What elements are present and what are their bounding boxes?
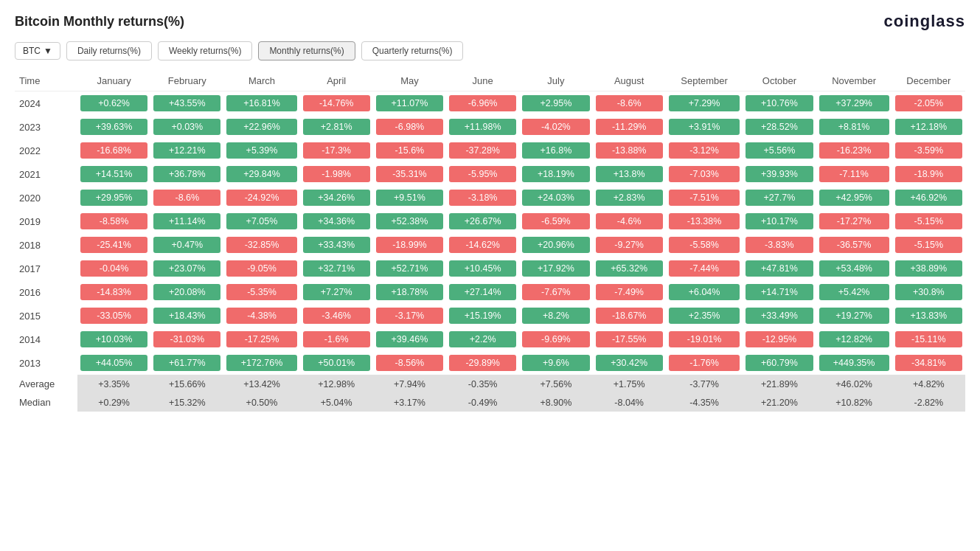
table-wrap: Time January February March April May Ju… [15, 71, 965, 412]
tab-monthly-returns[interactable]: Monthly returns(%) [258, 41, 355, 60]
value-cell: -13.38% [666, 209, 743, 233]
median-cell: +0.50% [223, 393, 299, 412]
average-cell: -0.35% [446, 375, 519, 393]
value-cell: +27.14% [446, 280, 519, 304]
median-cell: +21.20% [743, 393, 816, 412]
tab-weekly-returns[interactable]: Weekly returns(%) [158, 41, 252, 60]
value-cell: -3.17% [373, 304, 446, 328]
selector-label: BTC [23, 46, 41, 56]
value-cell: +12.18% [892, 115, 965, 139]
median-cell: +10.82% [816, 393, 892, 412]
value-cell: +34.26% [300, 186, 373, 209]
value-cell: -7.11% [816, 162, 892, 186]
col-april: April [300, 71, 373, 91]
value-cell: -17.3% [300, 139, 373, 162]
table-row: 2018-25.41%+0.47%-32.85%+33.43%-18.99%-1… [15, 233, 965, 257]
value-cell: -14.76% [300, 91, 373, 115]
year-cell: 2020 [15, 186, 77, 209]
value-cell: +29.84% [223, 162, 299, 186]
value-cell: +39.93% [743, 162, 816, 186]
average-row: Average+3.35%+15.66%+13.42%+12.98%+7.94%… [15, 375, 965, 393]
value-cell: +8.81% [816, 115, 892, 139]
value-cell: -8.58% [77, 209, 150, 233]
value-cell: +9.6% [519, 351, 592, 375]
value-cell: +10.45% [446, 257, 519, 280]
value-cell: +26.67% [446, 209, 519, 233]
value-cell: +53.48% [816, 257, 892, 280]
value-cell: +16.8% [519, 139, 592, 162]
value-cell: -18.67% [593, 304, 666, 328]
value-cell: -5.15% [892, 233, 965, 257]
value-cell: -35.31% [373, 162, 446, 186]
average-cell: +1.75% [593, 375, 666, 393]
year-cell: 2024 [15, 91, 77, 115]
value-cell: -15.11% [892, 328, 965, 351]
value-cell: -17.27% [816, 209, 892, 233]
value-cell: +449.35% [816, 351, 892, 375]
tab-daily-returns[interactable]: Daily returns(%) [66, 41, 152, 60]
value-cell: +65.32% [593, 257, 666, 280]
value-cell: -5.95% [446, 162, 519, 186]
year-cell: 2013 [15, 351, 77, 375]
value-cell: -13.88% [593, 139, 666, 162]
col-november: November [816, 71, 892, 91]
value-cell: +38.89% [892, 257, 965, 280]
value-cell: +16.81% [223, 91, 299, 115]
value-cell: -24.92% [223, 186, 299, 209]
value-cell: -4.6% [593, 209, 666, 233]
value-cell: +15.19% [446, 304, 519, 328]
value-cell: +20.08% [150, 280, 223, 304]
value-cell: +30.42% [593, 351, 666, 375]
average-cell: +13.42% [223, 375, 299, 393]
value-cell: +28.52% [743, 115, 816, 139]
value-cell: -7.03% [666, 162, 743, 186]
median-cell: -8.04% [593, 393, 666, 412]
value-cell: +5.56% [743, 139, 816, 162]
value-cell: +5.42% [816, 280, 892, 304]
value-cell: +18.78% [373, 280, 446, 304]
table-row: 2017-0.04%+23.07%-9.05%+32.71%+52.71%+10… [15, 257, 965, 280]
value-cell: +7.27% [300, 280, 373, 304]
col-january: January [77, 71, 150, 91]
value-cell: -18.99% [373, 233, 446, 257]
year-cell: 2022 [15, 139, 77, 162]
median-cell: -2.82% [892, 393, 965, 412]
value-cell: +2.2% [446, 328, 519, 351]
value-cell: -6.96% [446, 91, 519, 115]
table-header-row: Time January February March April May Ju… [15, 71, 965, 91]
average-cell: +7.56% [519, 375, 592, 393]
value-cell: -1.76% [666, 351, 743, 375]
value-cell: +52.71% [373, 257, 446, 280]
asset-selector[interactable]: BTC ▼ [15, 42, 60, 60]
value-cell: -0.04% [77, 257, 150, 280]
value-cell: +11.14% [150, 209, 223, 233]
value-cell: -5.35% [223, 280, 299, 304]
value-cell: -7.67% [519, 280, 592, 304]
average-label: Average [15, 375, 77, 393]
value-cell: +18.19% [519, 162, 592, 186]
value-cell: -1.6% [300, 328, 373, 351]
value-cell: +5.39% [223, 139, 299, 162]
col-july: July [519, 71, 592, 91]
value-cell: +33.43% [300, 233, 373, 257]
value-cell: -6.98% [373, 115, 446, 139]
table-row: 2022-16.68%+12.21%+5.39%-17.3%-15.6%-37.… [15, 139, 965, 162]
value-cell: -4.02% [519, 115, 592, 139]
value-cell: -17.55% [593, 328, 666, 351]
average-cell: +4.82% [892, 375, 965, 393]
value-cell: +23.07% [150, 257, 223, 280]
value-cell: -3.46% [300, 304, 373, 328]
header: Bitcoin Monthly returns(%) coinglass [15, 12, 965, 31]
value-cell: -34.81% [892, 351, 965, 375]
median-cell: +15.32% [150, 393, 223, 412]
value-cell: +50.01% [300, 351, 373, 375]
value-cell: -18.9% [892, 162, 965, 186]
col-may: May [373, 71, 446, 91]
value-cell: -3.83% [743, 233, 816, 257]
value-cell: +2.35% [666, 304, 743, 328]
value-cell: -15.6% [373, 139, 446, 162]
value-cell: +2.81% [300, 115, 373, 139]
value-cell: -16.68% [77, 139, 150, 162]
table-row: 2020+29.95%-8.6%-24.92%+34.26%+9.51%-3.1… [15, 186, 965, 209]
tab-quarterly-returns[interactable]: Quarterly returns(%) [361, 41, 464, 60]
